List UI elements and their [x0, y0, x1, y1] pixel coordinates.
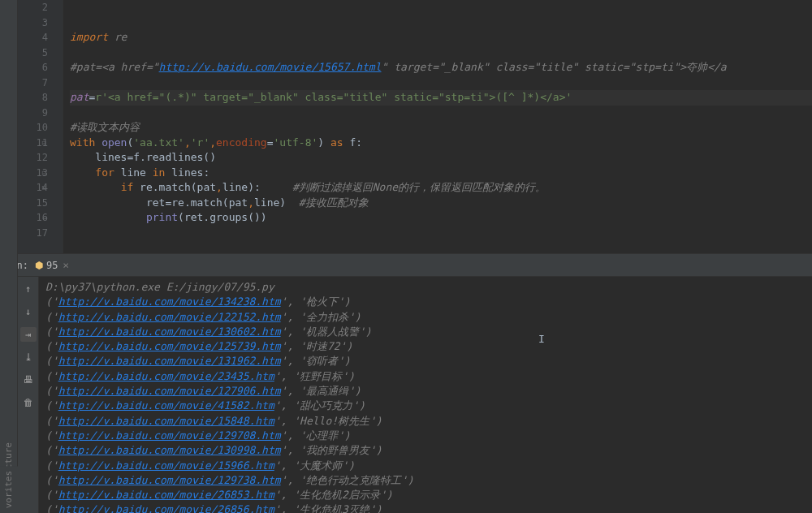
code-line[interactable]: import re — [70, 30, 812, 45]
code-editor[interactable]: import re#pat=<a href="http://v.baidu.co… — [63, 0, 812, 253]
wrap-button[interactable]: ⇥ — [20, 327, 37, 342]
down-icon[interactable]: ↓ — [20, 304, 37, 319]
run-header: Run: ⬢ 95 × — [0, 254, 812, 277]
console-line: ('http://v.baidu.com/movie/129708.htm', … — [45, 429, 812, 443]
line-number: 6 — [18, 60, 48, 75]
line-number: 9 — [18, 106, 48, 121]
text-cursor: I — [538, 332, 545, 347]
line-number: 4 — [18, 30, 48, 45]
code-line[interactable] — [70, 226, 812, 241]
output-url[interactable]: http://v.baidu.com/movie/15966.htm — [58, 459, 274, 472]
fold-icon[interactable]: ⊟ — [42, 180, 46, 196]
line-number: 15 — [18, 196, 48, 211]
favorites-tool-button[interactable]: vorites — [0, 466, 18, 513]
output-url[interactable]: http://v.baidu.com/movie/129738.htm — [58, 474, 281, 486]
output-url[interactable]: http://v.baidu.com/movie/134238.htm — [58, 295, 281, 308]
output-url[interactable]: http://v.baidu.com/movie/130998.htm — [58, 444, 281, 456]
output-url[interactable]: http://v.baidu.com/movie/125739.htm — [58, 340, 281, 352]
console-line: ('http://v.baidu.com/movie/26856.htm', '… — [45, 502, 812, 513]
line-number: 17 — [18, 226, 48, 241]
output-url[interactable]: http://v.baidu.com/movie/23435.htm — [58, 370, 274, 382]
up-icon[interactable]: ↑ — [20, 282, 37, 296]
console-line: ('http://v.baidu.com/movie/26853.htm', '… — [45, 488, 812, 502]
run-toolbar-right: ↑ ↓ ⇥ ⤓ 🖶 🗑 — [18, 277, 39, 513]
output-url[interactable]: http://v.baidu.com/movie/129708.htm — [58, 429, 281, 442]
run-tab-name: 95 — [46, 260, 58, 271]
code-line[interactable] — [70, 75, 812, 91]
line-number: 12 — [18, 150, 48, 166]
console-line: ('http://v.baidu.com/movie/23435.htm', '… — [45, 369, 812, 384]
fold-end-icon: ⌐ — [42, 210, 46, 226]
line-gutter: 234567891011⊟1213⊟14⊟1516⌐17 — [18, 0, 63, 253]
console-line: ('http://v.baidu.com/movie/125739.htm', … — [45, 339, 812, 354]
output-url[interactable]: http://v.baidu.com/movie/131962.htm — [58, 355, 281, 367]
python-icon: ⬢ — [35, 260, 43, 271]
console-line: ('http://v.baidu.com/movie/41582.htm', '… — [45, 399, 812, 413]
console-line: ('http://v.baidu.com/movie/122152.htm', … — [45, 310, 812, 325]
line-number: 8 — [18, 90, 48, 106]
output-url[interactable]: http://v.baidu.com/movie/122152.htm — [58, 311, 281, 323]
line-number: 11⊟ — [18, 136, 48, 151]
code-line[interactable] — [70, 106, 812, 121]
console-line: ('http://v.baidu.com/movie/134238.htm', … — [45, 295, 812, 309]
console-line: ('http://v.baidu.com/movie/131962.htm', … — [45, 354, 812, 369]
output-url[interactable]: http://v.baidu.com/movie/130602.htm — [58, 325, 281, 338]
console-line: ('http://v.baidu.com/movie/130602.htm', … — [45, 325, 812, 339]
output-url[interactable]: http://v.baidu.com/movie/127906.htm — [58, 385, 281, 397]
scroll-end-button[interactable]: ⤓ — [20, 350, 37, 364]
code-line[interactable]: if re.match(pat,line): #判断过滤掉返回None的行，保留… — [70, 180, 812, 196]
code-line[interactable]: #pat=<a href="http://v.baidu.com/movie/1… — [70, 60, 812, 75]
trash-button[interactable]: 🗑 — [20, 395, 37, 410]
code-line[interactable] — [70, 0, 812, 15]
run-tab[interactable]: ⬢ 95 × — [28, 256, 76, 275]
line-number: 5 — [18, 45, 48, 61]
code-line[interactable]: with open('aa.txt','r',encoding='utf-8')… — [70, 136, 812, 151]
console-output[interactable]: I D:\py37\python.exe E:/jingy/07/95.py('… — [39, 277, 812, 513]
run-body: ▶ ■ ⇄ ⇲ 📌 ↑ ↓ ⇥ ⤓ 🖶 🗑 I D:\py37\python.e… — [0, 277, 812, 513]
line-number: 14⊟ — [18, 180, 48, 196]
console-line: ('http://v.baidu.com/movie/15848.htm', '… — [45, 414, 812, 429]
line-number: 3 — [18, 15, 48, 31]
fold-icon[interactable]: ⊟ — [42, 166, 46, 181]
console-line: ('http://v.baidu.com/movie/15966.htm', '… — [45, 459, 812, 473]
code-line[interactable]: lines=f.readlines() — [70, 150, 812, 166]
code-line[interactable]: pat=r'<a href="(.*)" target="_blank" cla… — [70, 90, 812, 106]
console-line: ('http://v.baidu.com/movie/129738.htm', … — [45, 473, 812, 488]
line-number: 13⊟ — [18, 166, 48, 181]
close-icon[interactable]: × — [63, 259, 69, 271]
run-panel: Run: ⬢ 95 × ▶ ■ ⇄ ⇲ 📌 ↑ ↓ ⇥ ⤓ 🖶 🗑 I D:\p… — [0, 253, 812, 513]
console-line: ('http://v.baidu.com/movie/130998.htm', … — [45, 443, 812, 458]
code-line[interactable] — [70, 45, 812, 61]
code-line[interactable]: #读取文本内容 — [70, 120, 812, 136]
left-sidebar — [0, 0, 18, 253]
output-url[interactable]: http://v.baidu.com/movie/15848.htm — [58, 415, 274, 427]
code-line[interactable]: ret=re.match(pat,line) #接收匹配对象 — [70, 196, 812, 211]
output-url[interactable]: http://v.baidu.com/movie/26856.htm — [58, 503, 274, 513]
line-number: 7 — [18, 75, 48, 91]
output-url[interactable]: http://v.baidu.com/movie/26853.htm — [58, 489, 274, 501]
output-url[interactable]: http://v.baidu.com/movie/41582.htm — [58, 399, 274, 412]
line-number: 16⌐ — [18, 210, 48, 226]
line-number: 2 — [18, 0, 48, 15]
line-number: 10 — [18, 120, 48, 136]
editor-area: 234567891011⊟1213⊟14⊟1516⌐17 import re#p… — [0, 0, 812, 253]
code-line[interactable]: for line in lines: — [70, 166, 812, 181]
console-line: ('http://v.baidu.com/movie/127906.htm', … — [45, 384, 812, 399]
fold-icon[interactable]: ⊟ — [42, 136, 46, 151]
console-command: D:\py37\python.exe E:/jingy/07/95.py — [45, 280, 812, 295]
code-line[interactable] — [70, 15, 812, 31]
print-button[interactable]: 🖶 — [20, 373, 37, 387]
code-line[interactable]: print(ret.groups()) — [70, 210, 812, 226]
